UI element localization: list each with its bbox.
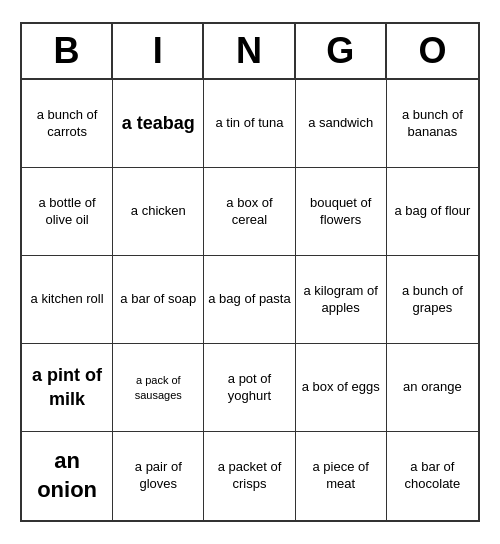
bingo-letter-i: I	[113, 24, 204, 78]
bingo-cell-6: a chicken	[113, 168, 204, 256]
bingo-cell-3: a sandwich	[296, 80, 387, 168]
bingo-grid: a bunch of carrotsa teabaga tin of tunaa…	[22, 80, 478, 520]
bingo-letter-o: O	[387, 24, 478, 78]
bingo-cell-8: bouquet of flowers	[296, 168, 387, 256]
bingo-cell-15: a pint of milk	[22, 344, 113, 432]
bingo-cell-14: a bunch of grapes	[387, 256, 478, 344]
bingo-cell-4: a bunch of bananas	[387, 80, 478, 168]
bingo-cell-13: a kilogram of apples	[296, 256, 387, 344]
bingo-cell-10: a kitchen roll	[22, 256, 113, 344]
bingo-cell-7: a box of cereal	[204, 168, 295, 256]
bingo-cell-0: a bunch of carrots	[22, 80, 113, 168]
bingo-cell-16: a pack of sausages	[113, 344, 204, 432]
bingo-letter-n: N	[204, 24, 295, 78]
bingo-cell-5: a bottle of olive oil	[22, 168, 113, 256]
bingo-cell-2: a tin of tuna	[204, 80, 295, 168]
bingo-cell-21: a pair of gloves	[113, 432, 204, 520]
bingo-cell-12: a bag of pasta	[204, 256, 295, 344]
bingo-cell-19: an orange	[387, 344, 478, 432]
bingo-header: BINGO	[22, 24, 478, 80]
bingo-cell-20: an onion	[22, 432, 113, 520]
bingo-cell-22: a packet of crisps	[204, 432, 295, 520]
bingo-cell-24: a bar of chocolate	[387, 432, 478, 520]
bingo-letter-g: G	[296, 24, 387, 78]
bingo-letter-b: B	[22, 24, 113, 78]
bingo-card: BINGO a bunch of carrotsa teabaga tin of…	[20, 22, 480, 522]
bingo-cell-17: a pot of yoghurt	[204, 344, 295, 432]
bingo-cell-23: a piece of meat	[296, 432, 387, 520]
bingo-cell-1: a teabag	[113, 80, 204, 168]
bingo-cell-18: a box of eggs	[296, 344, 387, 432]
bingo-cell-9: a bag of flour	[387, 168, 478, 256]
bingo-cell-11: a bar of soap	[113, 256, 204, 344]
